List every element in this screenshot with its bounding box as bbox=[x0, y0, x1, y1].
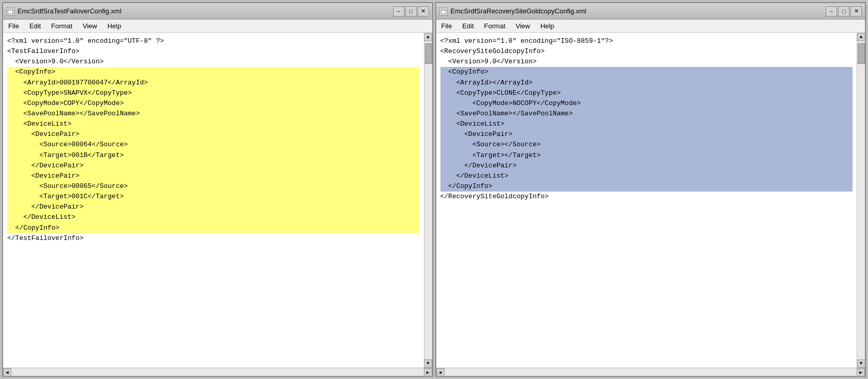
left-scroll-track-h[interactable] bbox=[11, 368, 424, 376]
left-code-line-12: </DevicePair> bbox=[7, 161, 420, 171]
right-title-bar: EmcSrdfSraRecoverySiteGoldcopyConfig.xml… bbox=[436, 3, 865, 20]
right-window-icon bbox=[439, 7, 448, 15]
left-title-bar-left: EmcSrdfSraTestFailoverConfig.xml bbox=[6, 7, 122, 15]
left-title-buttons: − □ ✕ bbox=[393, 6, 429, 16]
right-close-button[interactable]: ✕ bbox=[850, 6, 862, 16]
right-scroll-track[interactable] bbox=[857, 41, 865, 359]
right-scroll-right-button[interactable]: ▶ bbox=[857, 368, 865, 376]
left-menu-format[interactable]: Format bbox=[48, 21, 75, 31]
right-code-line-13: </DeviceList> bbox=[440, 171, 853, 181]
right-editor-window: EmcSrdfSraRecoverySiteGoldcopyConfig.xml… bbox=[435, 2, 866, 377]
left-scroll-right-button[interactable]: ▶ bbox=[424, 368, 432, 376]
right-code-line-11: <Target></Target> bbox=[440, 150, 853, 161]
right-code-line-1: <RecoverySiteGoldcopyInfo> bbox=[440, 46, 853, 57]
right-code-content[interactable]: <?xml version="1.0" encoding="ISO-8859-1… bbox=[436, 33, 857, 368]
left-title-bar: EmcSrdfSraTestFailoverConfig.xml − □ ✕ bbox=[3, 3, 432, 20]
left-code-line-7: <SavePoolName></SavePoolName> bbox=[7, 109, 420, 119]
right-content-area: <?xml version="1.0" encoding="ISO-8859-1… bbox=[436, 33, 865, 368]
left-menu-bar: File Edit Format View Help bbox=[3, 20, 432, 33]
left-scrollbar-vertical[interactable]: ▲ ▼ bbox=[424, 33, 432, 368]
right-menu-help[interactable]: Help bbox=[537, 21, 557, 31]
left-minimize-button[interactable]: − bbox=[393, 6, 404, 16]
left-code-line-19: </TestFailoverInfo> bbox=[7, 233, 420, 244]
right-code-line-9: <DevicePair> bbox=[440, 129, 853, 140]
right-code-line-12: </DevicePair> bbox=[440, 161, 853, 171]
left-code-line-14: <Source>00065</Source> bbox=[7, 181, 420, 192]
right-code-line-2: <Version>9.0</Version> bbox=[440, 57, 853, 67]
left-code-line-4: <ArrayId>000197700047</ArrayId> bbox=[7, 78, 420, 88]
right-scroll-down-button[interactable]: ▼ bbox=[857, 359, 865, 368]
right-code-line-8: <DeviceList> bbox=[440, 119, 853, 129]
right-code-line-7: <SavePoolName></SavePoolName> bbox=[440, 109, 853, 119]
left-code-line-6: <CopyMode>COPY</CopyMode> bbox=[7, 98, 420, 109]
right-title-buttons: − □ ✕ bbox=[826, 6, 862, 16]
right-code-line-5: <CopyType>CLONE</CopyType> bbox=[440, 88, 853, 98]
left-content-area: <?xml version="1.0" encoding="UTF-8" ?> … bbox=[3, 33, 432, 368]
left-scroll-up-button[interactable]: ▲ bbox=[424, 33, 432, 41]
right-scrollbar-horizontal[interactable]: ◀ ▶ bbox=[436, 368, 865, 376]
right-menu-bar: File Edit Format View Help bbox=[436, 20, 865, 33]
left-code-content[interactable]: <?xml version="1.0" encoding="UTF-8" ?> … bbox=[3, 33, 424, 368]
right-scroll-up-button[interactable]: ▲ bbox=[857, 33, 865, 41]
left-menu-view[interactable]: View bbox=[80, 21, 100, 31]
right-code-line-0: <?xml version="1.0" encoding="ISO-8859-1… bbox=[440, 36, 853, 46]
left-scroll-thumb[interactable] bbox=[425, 43, 432, 64]
right-code-line-4: <ArrayId></ArrayId> bbox=[440, 78, 853, 88]
left-code-line-5: <CopyType>SNAPVX</CopyType> bbox=[7, 88, 420, 98]
left-scroll-down-button[interactable]: ▼ bbox=[424, 359, 432, 368]
right-window-title: EmcSrdfSraRecoverySiteGoldcopyConfig.xml bbox=[451, 7, 587, 15]
left-code-line-13: <DevicePair> bbox=[7, 171, 420, 181]
right-code-line-6: <CopyMode>NOCOPY</CopyMode> bbox=[440, 98, 853, 109]
left-scroll-left-button[interactable]: ◀ bbox=[3, 368, 11, 376]
left-window-icon bbox=[6, 7, 14, 15]
left-code-line-2: <Version>9.0</Version> bbox=[7, 57, 420, 67]
left-code-line-18: </CopyInfo> bbox=[7, 223, 420, 233]
left-code-line-10: <Source>00064</Source> bbox=[7, 140, 420, 150]
left-menu-edit[interactable]: Edit bbox=[26, 21, 44, 31]
right-menu-edit[interactable]: Edit bbox=[459, 21, 476, 31]
left-maximize-button[interactable]: □ bbox=[405, 6, 417, 16]
left-code-line-8: <DeviceList> bbox=[7, 119, 420, 129]
left-code-line-9: <DevicePair> bbox=[7, 129, 420, 140]
right-maximize-button[interactable]: □ bbox=[838, 6, 849, 16]
left-code-line-0: <?xml version="1.0" encoding="UTF-8" ?> bbox=[7, 36, 420, 46]
right-minimize-button[interactable]: − bbox=[826, 6, 837, 16]
left-close-button[interactable]: ✕ bbox=[418, 6, 429, 16]
right-code-line-3: <CopyInfo> bbox=[440, 67, 853, 77]
right-scroll-left-button[interactable]: ◀ bbox=[436, 368, 445, 376]
svg-rect-2 bbox=[441, 9, 446, 14]
right-scrollbar-vertical[interactable]: ▲ ▼ bbox=[857, 33, 865, 368]
left-scroll-track[interactable] bbox=[424, 41, 432, 359]
right-menu-file[interactable]: File bbox=[438, 21, 455, 31]
svg-rect-0 bbox=[8, 9, 13, 14]
right-code-line-10: <Source></Source> bbox=[440, 140, 853, 150]
left-code-line-17: </DeviceList> bbox=[7, 212, 420, 222]
right-scroll-track-h[interactable] bbox=[445, 368, 857, 376]
right-code-line-14: </CopyInfo> bbox=[440, 181, 853, 192]
left-code-line-11: <Target>001B</Target> bbox=[7, 150, 420, 161]
right-menu-format[interactable]: Format bbox=[481, 21, 508, 31]
left-code-line-15: <Target>001C</Target> bbox=[7, 192, 420, 202]
left-editor-window: EmcSrdfSraTestFailoverConfig.xml − □ ✕ F… bbox=[2, 2, 433, 377]
left-menu-help[interactable]: Help bbox=[104, 21, 124, 31]
left-code-line-16: </DevicePair> bbox=[7, 202, 420, 212]
right-menu-view[interactable]: View bbox=[513, 21, 533, 31]
left-code-line-1: <TestFailoverInfo> bbox=[7, 46, 420, 57]
left-menu-file[interactable]: File bbox=[5, 21, 22, 31]
left-code-line-3: <CopyInfo> bbox=[7, 67, 420, 77]
right-scroll-thumb[interactable] bbox=[858, 43, 865, 64]
right-code-line-15: </RecoverySiteGoldcopyInfo> bbox=[440, 192, 853, 202]
left-scrollbar-horizontal[interactable]: ◀ ▶ bbox=[3, 368, 432, 376]
right-title-bar-left: EmcSrdfSraRecoverySiteGoldcopyConfig.xml bbox=[439, 7, 587, 15]
left-window-title: EmcSrdfSraTestFailoverConfig.xml bbox=[18, 7, 122, 15]
